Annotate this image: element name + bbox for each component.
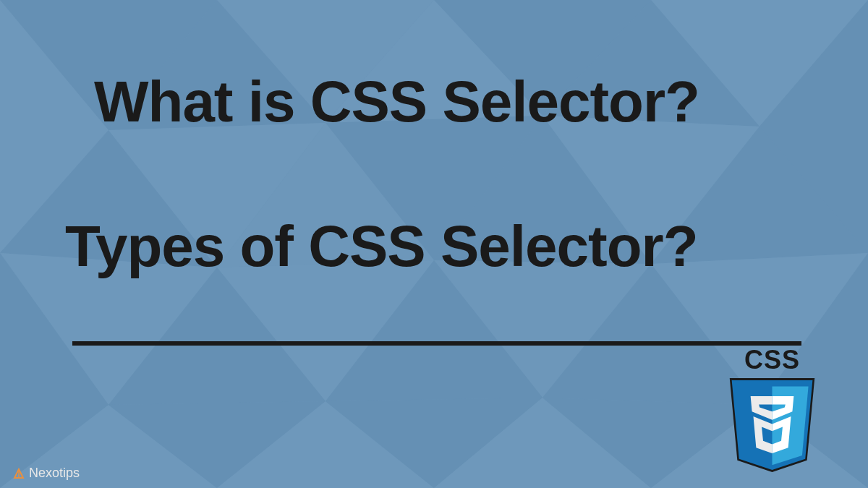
divider-line <box>72 341 801 346</box>
nexotips-icon <box>13 468 25 479</box>
css-logo-label: CSS <box>727 345 817 375</box>
css3-logo: CSS <box>727 345 817 475</box>
brand-name: Nexotips <box>29 466 80 481</box>
main-title-2: Types of CSS Selector? <box>65 213 698 280</box>
brand-logo: Nexotips <box>13 466 80 481</box>
css3-shield-icon <box>727 378 817 472</box>
main-title-1: What is CSS Selector? <box>94 69 699 135</box>
